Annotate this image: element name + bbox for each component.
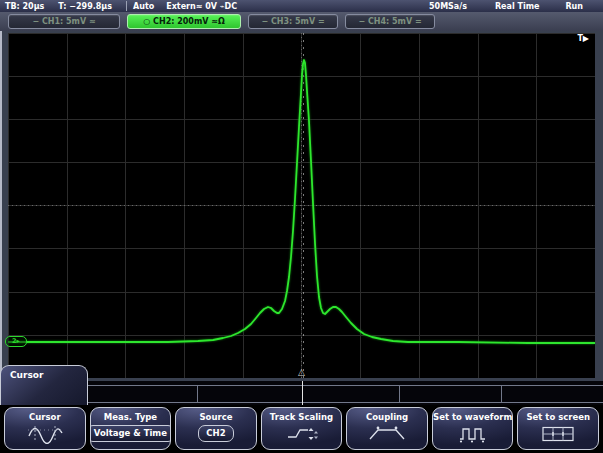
trigger-mode-readout: Auto xyxy=(133,2,154,11)
cursor-menu-tab[interactable]: Cursor xyxy=(0,365,88,405)
ruler-trigger-tick xyxy=(302,381,303,405)
oscilloscope-screen: TB: 20µs T: −299.8µs Auto Extern≈ 0V ⌁DC… xyxy=(0,0,603,453)
meas-type-button[interactable]: Meas. Type Voltage & Time xyxy=(90,407,172,450)
trigger-offset-marker: T▶ xyxy=(577,34,589,43)
waveform-trace xyxy=(8,60,595,343)
ruler-tick xyxy=(501,385,502,403)
cursor-button[interactable]: Cursor xyxy=(4,407,86,450)
cursor-menu-tab-label: Cursor xyxy=(1,366,87,380)
status-bar: TB: 20µs T: −299.8µs Auto Extern≈ 0V ⌁DC… xyxy=(0,0,603,12)
graticule: T▶ 2▸ △ xyxy=(8,33,595,378)
trigger-time-readout: T: −299.8µs xyxy=(58,2,112,11)
set-to-screen-button[interactable]: Set to screen xyxy=(517,407,599,450)
acquisition-mode-readout: Real Time xyxy=(495,2,539,11)
statusbar-divider xyxy=(126,1,127,11)
meas-type-label: Meas. Type xyxy=(104,412,157,422)
cursor-waveform-icon xyxy=(25,424,65,444)
timebase-readout: TB: 20µs xyxy=(5,2,44,11)
set-to-screen-icon xyxy=(538,424,578,444)
track-scaling-label: Track Scaling xyxy=(270,412,333,422)
waveform-plot xyxy=(8,33,595,378)
acquisition-ruler xyxy=(0,381,603,405)
display-area: T▶ 2▸ △ xyxy=(0,31,603,381)
sample-rate-readout: 50MSa/s xyxy=(429,2,467,11)
coupling-label: Coupling xyxy=(366,412,408,422)
meas-type-value[interactable]: Voltage & Time xyxy=(90,425,172,442)
channel-tab-row: − CH1: 5mV ≈ ○ CH2: 200mV ≈Ω − CH3: 5mV … xyxy=(0,12,603,32)
set-to-waveform-icon xyxy=(455,424,491,444)
source-label: Source xyxy=(199,412,232,422)
source-button[interactable]: Source CH2 xyxy=(175,407,257,450)
set-to-waveform-label: Set to waveform xyxy=(433,412,512,422)
trigger-position-triangle[interactable]: △ xyxy=(298,368,305,377)
ruler-tick xyxy=(399,385,400,403)
track-scaling-button[interactable]: Track Scaling xyxy=(261,407,343,450)
run-state-readout: Run xyxy=(565,2,583,11)
channel2-ground-marker[interactable]: 2▸ xyxy=(5,336,27,347)
channel-tab-ch1[interactable]: − CH1: 5mV ≈ xyxy=(8,14,120,29)
cursor-button-label: Cursor xyxy=(29,412,61,422)
ruler-line-top xyxy=(86,385,603,386)
set-to-waveform-button[interactable]: Set to waveform xyxy=(432,407,514,450)
set-to-screen-label: Set to screen xyxy=(526,412,590,422)
channel-tab-ch2[interactable]: ○ CH2: 200mV ≈Ω xyxy=(127,14,241,29)
track-scaling-icon xyxy=(284,424,320,444)
ruler-line-bottom xyxy=(86,402,603,403)
source-value[interactable]: CH2 xyxy=(198,425,233,442)
ruler-tick xyxy=(197,385,198,403)
coupling-icon xyxy=(367,424,407,444)
channel-tab-ch4[interactable]: − CH4: 5mV = xyxy=(345,14,435,29)
coupling-button[interactable]: Coupling xyxy=(346,407,428,450)
trigger-source-readout: Extern≈ 0V ⌁DC xyxy=(166,2,237,11)
channel-tab-ch3[interactable]: − CH3: 5mV = xyxy=(248,14,338,29)
softkey-menu: Cursor Meas. Type Voltage & Time Source … xyxy=(0,405,603,453)
